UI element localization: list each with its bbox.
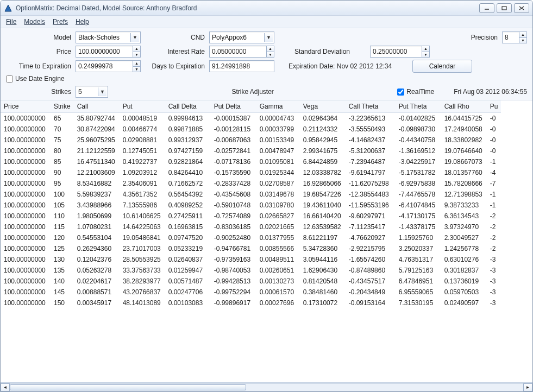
menu-file[interactable]: File — [6, 18, 16, 26]
calendar-button[interactable]: Calendar — [412, 60, 472, 73]
cnd-combo[interactable]: PolyAppox6 ▼ — [209, 31, 274, 43]
cell: -0.00128115 — [211, 124, 256, 135]
app-icon — [4, 4, 12, 12]
cell: 14.64225063 — [120, 222, 165, 232]
minimize-button[interactable] — [479, 3, 494, 13]
chevron-down-icon: ▼ — [130, 33, 139, 42]
table-row[interactable]: 100.000000001350.0526327833.375637330.01… — [1, 265, 501, 276]
close-button[interactable] — [514, 3, 529, 13]
strikes-combo[interactable]: 5 ▼ — [76, 86, 108, 98]
tte-spin[interactable]: 0.24999978 ▲▼ — [76, 60, 141, 72]
use-date-engine-checkbox[interactable]: Use Date Engine — [6, 75, 77, 83]
step-up-icon[interactable]: ▲ — [519, 32, 526, 38]
stddev-spin[interactable]: 0.25000000 ▲▼ — [370, 46, 430, 58]
step-down-icon[interactable]: ▼ — [133, 52, 140, 58]
cell: 125 — [51, 243, 74, 254]
table-row[interactable]: 100.000000007030.874220940.004667740.998… — [1, 124, 501, 135]
table-row[interactable]: 100.000000001250.2629436023.710170030.05… — [1, 243, 501, 254]
table-row[interactable]: 100.000000001101.9805069910.614066250.27… — [1, 211, 501, 222]
column-header[interactable]: Pu — [487, 100, 501, 113]
step-up-icon[interactable]: ▲ — [133, 46, 140, 52]
table-row[interactable]: 100.000000001200.5455310419.054868410.09… — [1, 232, 501, 243]
scroll-right-icon[interactable]: ► — [523, 383, 532, 391]
column-header[interactable]: Call — [74, 100, 120, 113]
interest-spin[interactable]: 0.05000000 ▲▼ — [209, 46, 274, 58]
column-header[interactable]: Gamma — [256, 100, 300, 113]
table-row[interactable]: 100.000000008021.121225590.127450510.974… — [1, 146, 501, 156]
strikes-label: Strikes — [6, 88, 71, 96]
cell: 0.99312937 — [165, 135, 211, 146]
step-up-icon[interactable]: ▲ — [266, 46, 274, 52]
price-spin[interactable]: 100.00000000 ▲▼ — [76, 46, 141, 58]
table-row[interactable]: 100.000000001005.598392374.356173520.564… — [1, 189, 501, 200]
column-header[interactable]: Vega — [300, 100, 346, 113]
cnd-label: CND — [145, 34, 205, 41]
dte-label: Days to Expiration — [145, 62, 205, 70]
use-date-engine-input[interactable] — [6, 75, 13, 83]
step-down-icon[interactable]: ▼ — [422, 52, 429, 58]
step-down-icon[interactable]: ▼ — [133, 67, 140, 72]
table-row[interactable]: 100.000000007525.960752950.029088810.993… — [1, 135, 501, 146]
cell: -4.76620927 — [346, 232, 396, 243]
table-row[interactable]: 100.000000001300.1204237628.505539250.02… — [1, 254, 501, 265]
table-row[interactable]: 100.00000000958.534168822.354060910.7166… — [1, 178, 501, 189]
cell: -4.17130175 — [396, 211, 441, 222]
column-header[interactable]: Call Theta — [346, 100, 396, 113]
maximize-button[interactable] — [497, 3, 512, 13]
cell: 43.20766837 — [120, 287, 165, 298]
cell: 0.02964364 — [300, 113, 346, 124]
step-up-icon[interactable]: ▲ — [422, 46, 429, 52]
cell: -0.98740053 — [211, 265, 256, 276]
step-down-icon[interactable]: ▼ — [266, 52, 274, 58]
cell: -0.59010748 — [211, 200, 256, 211]
cell: 100.00000000 — [1, 211, 51, 222]
use-date-engine-label: Use Date Engine — [15, 75, 65, 83]
column-header[interactable]: Put Delta — [211, 100, 256, 113]
cell: 3.05944116 — [300, 254, 346, 265]
cell: 0.54553104 — [74, 232, 120, 243]
column-header[interactable]: Call Rho — [441, 100, 487, 113]
cell: 12.03338782 — [300, 167, 346, 178]
cell: -1 — [487, 156, 501, 167]
column-header[interactable]: Put Theta — [396, 100, 441, 113]
cell: 0.38481460 — [300, 287, 346, 298]
table-row[interactable]: 100.000000001400.0220461738.282939770.00… — [1, 276, 501, 287]
cell: 0.00489511 — [256, 254, 300, 265]
column-header[interactable]: Strike — [51, 100, 74, 113]
scroll-thumb[interactable] — [10, 384, 246, 390]
cell: 0.05263278 — [74, 265, 120, 276]
cell: 150 — [51, 298, 74, 308]
scroll-left-icon[interactable]: ◄ — [1, 383, 10, 391]
model-combo[interactable]: Black-Scholes ▼ — [76, 31, 141, 43]
realtime-checkbox[interactable]: RealTime — [397, 88, 434, 96]
table-row[interactable]: 100.000000001151.0708023114.642250630.16… — [1, 222, 501, 232]
menu-models[interactable]: Models — [24, 18, 45, 26]
step-up-icon[interactable]: ▲ — [133, 61, 140, 67]
table-row[interactable]: 100.000000009012.210036091.092039120.842… — [1, 167, 501, 178]
cell: 80 — [51, 146, 74, 156]
cell: 0.02021665 — [256, 222, 300, 232]
column-header[interactable]: Call Delta — [165, 100, 211, 113]
column-header[interactable]: Price — [1, 100, 51, 113]
cell: 100 — [51, 189, 74, 200]
table-row[interactable]: 100.000000008516.475113400.419227370.928… — [1, 156, 501, 167]
cell: 1.24256778 — [441, 243, 487, 254]
table-row[interactable]: 100.000000001450.0088857143.207668370.00… — [1, 287, 501, 298]
menu-help[interactable]: Help — [76, 18, 89, 26]
table-row[interactable]: 100.000000001053.439889667.135559860.409… — [1, 200, 501, 211]
realtime-input[interactable] — [397, 88, 404, 96]
dte-field[interactable]: 91.24991898 — [209, 60, 274, 72]
cell: 100.00000000 — [1, 167, 51, 178]
step-down-icon[interactable]: ▼ — [519, 38, 526, 43]
table-row[interactable]: 100.000000001500.0034591748.140130890.00… — [1, 298, 501, 308]
horizontal-scrollbar[interactable]: ◄ ► — [1, 382, 532, 391]
menu-prefs[interactable]: Prefs — [53, 18, 68, 26]
table-row[interactable]: 100.000000006535.807927440.000485190.999… — [1, 113, 501, 124]
cell: 5.59839237 — [74, 189, 120, 200]
scroll-track[interactable] — [10, 383, 523, 391]
precision-spin[interactable]: 8 ▲▼ — [502, 31, 527, 43]
column-header[interactable]: Put — [120, 100, 165, 113]
tte-value: 0.24999978 — [78, 62, 112, 70]
cell: 75 — [51, 135, 74, 146]
cell: 0.00571487 — [165, 276, 211, 287]
